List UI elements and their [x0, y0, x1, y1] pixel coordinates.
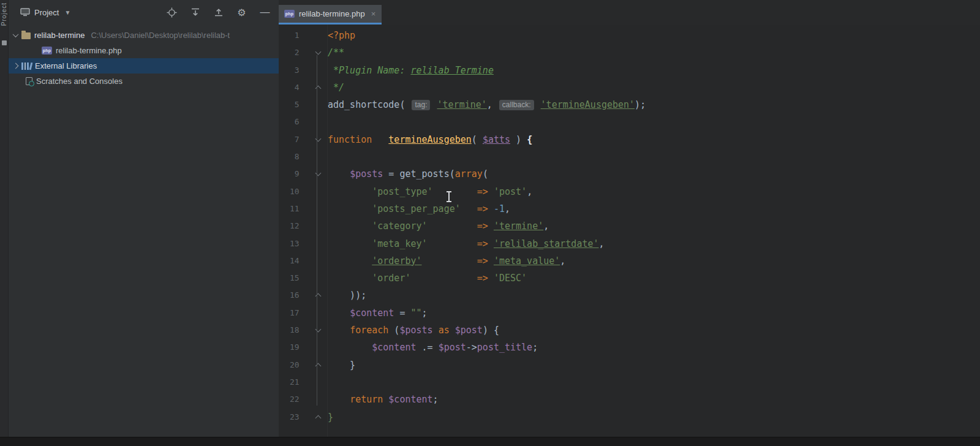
line-number[interactable]: 12 [279, 217, 300, 235]
line-number[interactable]: 5 [279, 96, 300, 113]
tool-window-mini-icon[interactable] [2, 40, 7, 45]
chevron-right-icon[interactable] [13, 63, 19, 69]
line-number[interactable]: 10 [279, 183, 300, 200]
editor-tab-bar: php relilab-termine.php × [279, 0, 980, 25]
line-number[interactable]: 15 [279, 270, 300, 287]
tree-item-label: relilab-termine [34, 31, 85, 40]
tree-item-external-libraries[interactable]: External Libraries [9, 58, 279, 74]
tool-window-bar-project-button[interactable]: Project [1, 2, 7, 26]
line-number[interactable]: 9 [279, 165, 300, 183]
line-number[interactable]: 7 [279, 131, 300, 148]
php-file-icon: php [284, 10, 295, 18]
line-number[interactable]: 20 [279, 357, 300, 374]
line-number[interactable]: 13 [279, 235, 300, 252]
line-number[interactable]: 6 [279, 113, 300, 130]
project-panel-toolbar: ⚙ — [167, 7, 270, 18]
fold-gutter [300, 62, 327, 79]
fold-gutter [300, 304, 327, 322]
code-lines[interactable]: <?php/** *Plugin Name: relilab Termine *… [328, 25, 980, 437]
parameter-hint: callback: [499, 100, 534, 110]
project-tree: relilab-termine C:\Users\Daniel\Desktop\… [9, 25, 279, 89]
php-file-icon: php [42, 47, 52, 55]
tree-item-relilab-termine[interactable]: relilab-termine C:\Users\Daniel\Desktop\… [9, 28, 279, 43]
line-number[interactable]: 22 [279, 391, 300, 408]
line-number[interactable]: 1 [279, 27, 300, 44]
tree-item-scratches-and-consoles[interactable]: Scratches and Consoles [9, 74, 279, 89]
code-line[interactable]: 'post_type' => 'post', [328, 183, 980, 200]
fold-marker-icon[interactable] [300, 409, 327, 426]
code-line[interactable]: function termineAusgeben( $atts ) { [328, 131, 980, 148]
fold-marker-icon[interactable] [300, 44, 327, 61]
code-line[interactable]: */ [328, 79, 980, 96]
line-number[interactable]: 16 [279, 287, 300, 304]
fold-marker-icon[interactable] [300, 287, 327, 304]
code-line[interactable]: 'category' => 'termine', [328, 217, 980, 235]
libraries-icon [21, 62, 31, 70]
code-line[interactable] [328, 113, 980, 130]
project-panel-title[interactable]: Project [34, 8, 59, 17]
tree-item-label: Scratches and Consoles [36, 77, 123, 86]
code-line[interactable]: 'posts_per_page' => -1, [328, 200, 980, 217]
fold-gutter [300, 148, 327, 165]
fold-gutter [300, 113, 327, 130]
code-line[interactable]: 'orderby' => 'meta_value', [328, 252, 980, 270]
gear-icon[interactable]: ⚙ [236, 7, 247, 18]
close-icon[interactable]: × [371, 9, 376, 18]
tab-label: relilab-termine.php [299, 9, 365, 18]
expand-all-icon[interactable] [190, 7, 200, 18]
chevron-down-icon[interactable] [13, 31, 19, 37]
fold-marker-icon[interactable] [300, 322, 327, 339]
fold-marker-icon[interactable] [300, 79, 327, 96]
fold-gutter [300, 183, 327, 200]
tab-relilab-termine-php[interactable]: php relilab-termine.php × [279, 5, 382, 25]
line-number[interactable]: 23 [279, 409, 300, 426]
code-editor[interactable]: 1234567891011121314151617181920212223 <?… [279, 25, 980, 437]
locate-file-icon[interactable] [167, 7, 177, 18]
code-line[interactable]: foreach ($posts as $post) { [328, 322, 980, 339]
code-line[interactable] [328, 374, 980, 391]
code-line[interactable]: } [328, 409, 980, 426]
tree-item-relilab-termine-php[interactable]: php relilab-termine.php [9, 43, 279, 58]
code-line[interactable] [328, 148, 980, 165]
collapse-all-icon[interactable] [213, 7, 224, 18]
ide-window: Project Project ▼ ⚙ — [0, 0, 980, 446]
code-line[interactable]: *Plugin Name: relilab Termine [328, 62, 980, 79]
project-panel-header: Project ▼ ⚙ — [9, 0, 279, 25]
line-number[interactable]: 19 [279, 339, 300, 356]
line-number[interactable]: 2 [279, 44, 300, 61]
code-line[interactable]: } [328, 357, 980, 374]
code-line[interactable]: /** [328, 44, 980, 61]
chevron-down-icon[interactable]: ▼ [64, 9, 70, 16]
line-number[interactable]: 4 [279, 79, 300, 96]
scratch-file-icon [26, 77, 32, 85]
line-number[interactable]: 14 [279, 252, 300, 270]
code-line[interactable]: )); [328, 287, 980, 304]
fold-gutter [300, 252, 327, 270]
line-number[interactable]: 21 [279, 374, 300, 391]
code-line[interactable]: <?php [328, 27, 980, 44]
code-line[interactable]: add_shortcode( tag: 'termine', callback:… [328, 96, 980, 113]
line-number[interactable]: 8 [279, 148, 300, 165]
code-line[interactable]: $content = ""; [328, 304, 980, 322]
line-number[interactable]: 11 [279, 200, 300, 217]
hide-panel-icon[interactable]: — [260, 7, 270, 18]
code-line[interactable]: $posts = get_posts(array( [328, 165, 980, 183]
fold-gutter [300, 96, 327, 113]
code-line[interactable]: return $content; [328, 391, 980, 408]
fold-marker-icon[interactable] [300, 131, 327, 148]
line-number[interactable]: 3 [279, 62, 300, 79]
tree-item-path: C:\Users\Daniel\Desktop\relilab\relilab-… [91, 31, 230, 40]
fold-gutter [300, 217, 327, 235]
fold-gutter [300, 235, 327, 252]
project-panel: Project ▼ ⚙ — relilab-termine [9, 0, 279, 437]
fold-marker-icon[interactable] [300, 165, 327, 183]
code-line[interactable]: $content .= $post->post_title; [328, 339, 980, 356]
monitor-icon [20, 7, 30, 18]
tree-item-label: relilab-termine.php [56, 46, 122, 55]
code-line[interactable]: 'meta_key' => 'relilab_startdate', [328, 235, 980, 252]
fold-gutter [300, 391, 327, 408]
line-number[interactable]: 17 [279, 304, 300, 322]
fold-marker-icon[interactable] [300, 357, 327, 374]
line-number[interactable]: 18 [279, 322, 300, 339]
code-line[interactable]: 'order' => 'DESC' [328, 270, 980, 287]
